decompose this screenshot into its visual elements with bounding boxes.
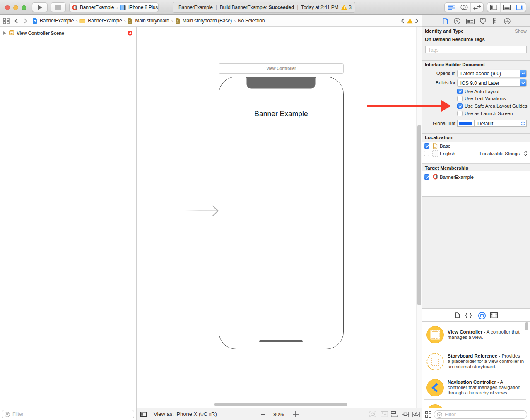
svg-text:?: ? [456,19,458,23]
